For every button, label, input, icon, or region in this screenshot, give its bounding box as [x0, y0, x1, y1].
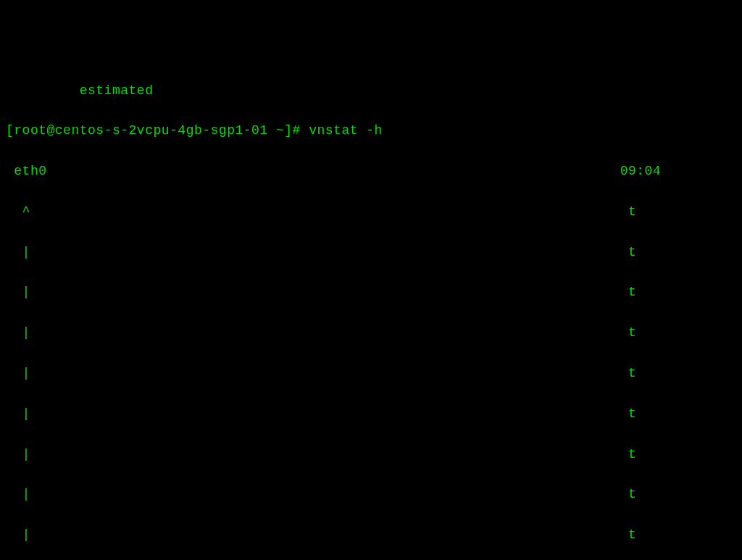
chart-row-3: | t: [0, 323, 742, 343]
axis-caret: ^ t: [0, 202, 742, 222]
marker-8: t: [628, 527, 636, 542]
chart-row-4: | t: [0, 364, 742, 384]
command-text: vnstat -h: [309, 123, 383, 138]
truncated-estimated: estimated: [0, 81, 742, 101]
marker-3: t: [628, 325, 636, 340]
interface-label: eth0: [6, 164, 47, 178]
marker-2: t: [628, 285, 636, 299]
chart-row-2: | t: [0, 283, 742, 303]
time-label: 09:04: [620, 164, 662, 178]
marker-1: t: [628, 245, 636, 259]
marker-4: t: [628, 366, 636, 380]
chart-row-8: | t: [0, 525, 742, 546]
marker-5: t: [628, 406, 636, 421]
command-line-1: [root@centos-s-2vcpu-4gb-sgp1-01 ~]# vns…: [0, 121, 742, 141]
chart-row-5: | t: [0, 404, 742, 425]
chart-row-6: | t: [0, 445, 742, 465]
interface-time-row: eth0 09:04: [0, 162, 742, 182]
marker-0: t: [628, 204, 636, 219]
time-spacer: [47, 164, 620, 178]
prompt-user-host: [root@centos-s-2vcpu-4gb-sgp1-01 ~]#: [6, 123, 309, 138]
marker-7: t: [628, 487, 636, 501]
marker-6: t: [628, 447, 636, 461]
chart-row-7: | t: [0, 485, 742, 505]
chart-row-1: | t: [0, 243, 742, 263]
